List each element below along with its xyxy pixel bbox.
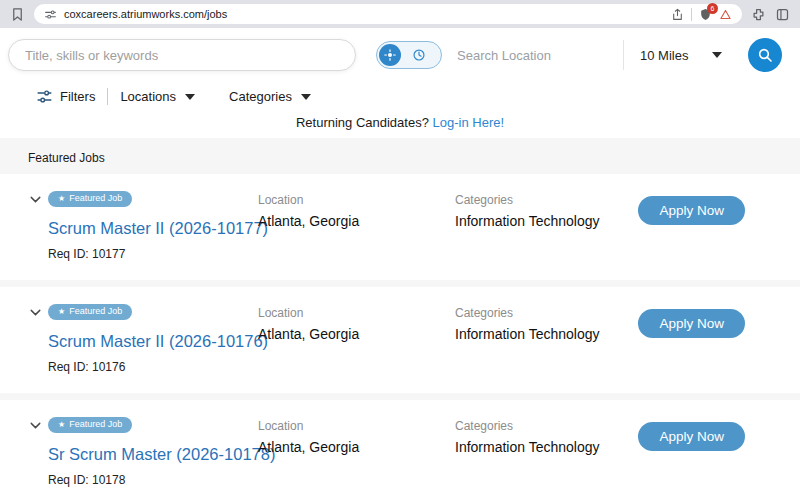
shield-badge: 6 xyxy=(707,3,718,14)
apply-now-button[interactable]: Apply Now xyxy=(638,196,745,225)
sidebar-icon[interactable] xyxy=(775,7,790,22)
share-icon[interactable] xyxy=(671,8,684,21)
location-mode-toggle[interactable] xyxy=(376,41,442,69)
req-id: Req ID: 10177 xyxy=(48,247,125,261)
apply-now-button[interactable]: Apply Now xyxy=(638,422,745,451)
categories-column: Categories Information Technology xyxy=(455,306,600,342)
bookmark-icon[interactable] xyxy=(10,7,25,22)
star-icon: ★ xyxy=(58,308,65,316)
shield-icon[interactable]: 6 xyxy=(699,8,712,21)
radius-value: 10 Miles xyxy=(640,48,688,63)
filters-divider xyxy=(107,88,108,105)
location-label: Location xyxy=(258,419,359,433)
categories-value: Information Technology xyxy=(455,439,600,455)
expand-chevron-icon[interactable] xyxy=(27,417,44,434)
locations-label: Locations xyxy=(120,89,176,104)
categories-dropdown[interactable]: Categories xyxy=(229,89,311,104)
login-link[interactable]: Log-in Here! xyxy=(433,115,505,130)
rewards-triangle-icon[interactable] xyxy=(719,8,732,21)
filters-row: Filters Locations Categories xyxy=(36,88,792,105)
location-value: Atlanta, Georgia xyxy=(258,439,359,455)
location-column: Location Atlanta, Georgia xyxy=(258,419,359,455)
job-title-link[interactable]: Scrum Master II (2026-10176) xyxy=(48,332,268,351)
chevron-down-icon xyxy=(301,94,311,100)
extensions-icon[interactable] xyxy=(751,7,766,22)
star-icon: ★ xyxy=(58,421,65,429)
location-value: Atlanta, Georgia xyxy=(258,213,359,229)
categories-label: Categories xyxy=(455,193,600,207)
location-search-group: 10 Miles xyxy=(376,39,732,71)
expand-chevron-icon[interactable] xyxy=(27,191,44,208)
keywords-input[interactable] xyxy=(8,39,356,71)
req-id: Req ID: 10176 xyxy=(48,360,125,374)
returning-prompt: Returning Candidates? xyxy=(296,115,429,130)
url-text: coxcareers.atriumworks.com/jobs xyxy=(64,8,227,20)
current-location-icon[interactable] xyxy=(379,44,401,66)
job-card: ★ Featured Job Scrum Master II (2026-101… xyxy=(0,287,800,393)
categories-label: Categories xyxy=(229,89,292,104)
site-settings-icon[interactable] xyxy=(44,8,57,21)
featured-badge-label: Featured Job xyxy=(69,194,122,204)
req-id: Req ID: 10178 xyxy=(48,473,125,487)
browser-toolbar: coxcareers.atriumworks.com/jobs 6 xyxy=(0,0,800,28)
location-input[interactable] xyxy=(455,47,623,64)
locations-dropdown[interactable]: Locations xyxy=(120,89,195,104)
featured-badge: ★ Featured Job xyxy=(48,304,132,320)
location-value: Atlanta, Georgia xyxy=(258,326,359,342)
returning-candidates-line: Returning Candidates? Log-in Here! xyxy=(8,115,792,130)
featured-badge: ★ Featured Job xyxy=(48,191,132,207)
categories-value: Information Technology xyxy=(455,213,600,229)
categories-column: Categories Information Technology xyxy=(455,419,600,455)
search-header: 10 Miles Filters Locations Categories xyxy=(0,28,800,138)
featured-badge-label: Featured Job xyxy=(69,307,122,317)
location-column: Location Atlanta, Georgia xyxy=(258,306,359,342)
section-title: Featured Jobs xyxy=(0,138,800,174)
featured-badge: ★ Featured Job xyxy=(48,417,132,433)
categories-label: Categories xyxy=(455,419,600,433)
categories-value: Information Technology xyxy=(455,326,600,342)
job-card: ★ Featured Job Scrum Master II (2026-101… xyxy=(0,174,800,280)
chevron-down-icon xyxy=(185,94,195,100)
address-bar[interactable]: coxcareers.atriumworks.com/jobs 6 xyxy=(34,4,742,24)
categories-label: Categories xyxy=(455,306,600,320)
job-results: Featured Jobs ★ Featured Job Scrum Maste… xyxy=(0,138,800,502)
recent-locations-clock-icon[interactable] xyxy=(408,44,430,66)
search-row: 10 Miles xyxy=(8,38,792,72)
filter-sliders-icon xyxy=(36,88,53,105)
star-icon: ★ xyxy=(58,195,65,203)
chevron-down-icon xyxy=(712,52,722,58)
job-title-link[interactable]: Sr Scrum Master (2026-10178) xyxy=(48,445,275,464)
job-title-link[interactable]: Scrum Master II (2026-10177) xyxy=(48,219,268,238)
search-button[interactable] xyxy=(748,38,782,72)
filters-button[interactable]: Filters xyxy=(36,88,95,105)
toolbar-divider xyxy=(691,8,692,21)
filters-label: Filters xyxy=(60,89,95,104)
radius-dropdown[interactable]: 10 Miles xyxy=(623,40,732,70)
location-label: Location xyxy=(258,306,359,320)
job-card: ★ Featured Job Sr Scrum Master (2026-101… xyxy=(0,400,800,502)
location-column: Location Atlanta, Georgia xyxy=(258,193,359,229)
location-label: Location xyxy=(258,193,359,207)
apply-now-button[interactable]: Apply Now xyxy=(638,309,745,338)
featured-badge-label: Featured Job xyxy=(69,420,122,430)
search-icon xyxy=(757,47,773,63)
categories-column: Categories Information Technology xyxy=(455,193,600,229)
expand-chevron-icon[interactable] xyxy=(27,304,44,321)
